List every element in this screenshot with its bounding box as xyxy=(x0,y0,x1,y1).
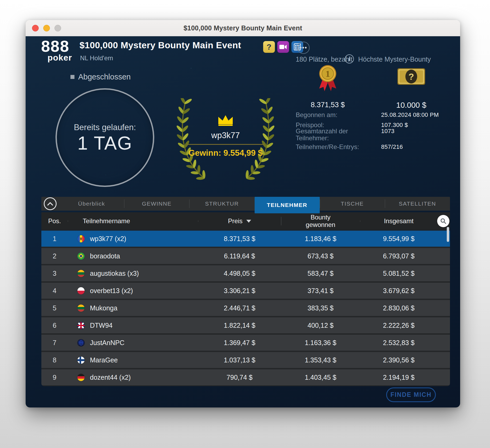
prize-value: 2.446,71 $ xyxy=(198,304,281,312)
globe-flag-icon xyxy=(77,339,85,346)
bounty-value: 1.353,43 $ xyxy=(281,356,360,364)
brazil-flag-icon xyxy=(77,253,85,260)
888poker-logo: 888 poker xyxy=(35,38,75,63)
mystery-bounty-bar-icon: ? xyxy=(394,66,429,88)
player-cell: JustAnNPC xyxy=(68,339,198,347)
player-cell: overbet13 (x2) xyxy=(68,287,198,295)
detail-label: Teilnehmer/Re-Entrys: xyxy=(296,143,376,150)
player-name: boraodota xyxy=(90,252,120,260)
poland-flag-icon xyxy=(77,287,85,294)
total-value: 2.830,06 $ xyxy=(360,304,437,312)
scrollbar-thumb[interactable] xyxy=(447,227,449,242)
window-title: $100,000 Mystery Bounty Main Event xyxy=(184,24,302,32)
tournament-status: Abgeschlossen xyxy=(70,73,131,81)
prize-value: 1.369,47 $ xyxy=(198,339,281,347)
position-value: 3 xyxy=(41,270,68,277)
table-row[interactable]: 8MaraGee1.037,13 $1.353,43 $2.390,56 $ xyxy=(41,352,450,368)
find-me-button[interactable]: FINDE MICH xyxy=(386,387,436,402)
search-button[interactable] xyxy=(437,215,449,227)
sort-descending-icon xyxy=(246,220,251,223)
table-row[interactable]: 9dozent44 (x2)790,74 $1.403,45 $2.194,19… xyxy=(41,369,450,385)
elapsed-label: Bereits gelaufen: xyxy=(74,123,136,132)
player-name: MaraGee xyxy=(90,356,118,364)
table-row[interactable]: 3augustiokas (x3)4.498,05 $583,47 $5.081… xyxy=(41,265,450,281)
detail-label: Gesamtanzahl derTeilnehmer: xyxy=(296,128,376,142)
elapsed-value: 1 TAG xyxy=(77,134,132,153)
table-row[interactable]: 7JustAnNPC1.369,47 $1.163,36 $2.532,83 $ xyxy=(41,335,450,351)
winner-divider xyxy=(187,144,264,145)
total-value: 2.532,83 $ xyxy=(360,339,437,347)
germany-flag-icon xyxy=(77,374,85,381)
table-row[interactable]: 5Mukonga2.446,71 $383,35 $2.830,06 $ xyxy=(41,300,450,316)
tab-überblick[interactable]: Überblick xyxy=(59,197,124,211)
position-value: 7 xyxy=(41,339,68,347)
bounty-value: 383,35 $ xyxy=(281,304,360,312)
finland-flag-icon xyxy=(77,357,85,364)
position-value: 4 xyxy=(41,287,68,295)
total-value: 2.222,26 $ xyxy=(360,322,437,329)
column-total[interactable]: Insgesamt xyxy=(360,217,437,225)
prize-value: 6.119,64 $ xyxy=(198,252,281,260)
highest-bounty-label: Höchste Mystery-Bounty xyxy=(358,55,431,63)
total-value: 2.194,19 $ xyxy=(360,374,437,381)
svg-text:?: ? xyxy=(409,71,414,82)
minimize-button[interactable] xyxy=(43,25,50,31)
lobby-content: 888 poker $100,000 Mystery Bounty Main E… xyxy=(26,36,460,407)
player-cell: augustiokas (x3) xyxy=(68,270,198,277)
column-bounty-line2: gewonnen xyxy=(306,221,335,228)
position-value: 6 xyxy=(41,322,68,329)
prize-value: 8.371,53 $ xyxy=(198,235,281,243)
mystery-bounty-icon: ? xyxy=(263,41,275,53)
participants-table-header: Pos. Teilnehmername Preis Bounty gewonne… xyxy=(41,212,450,230)
table-row[interactable]: 4overbet13 (x2)3.306,21 $373,41 $3.679,6… xyxy=(41,283,450,299)
column-preis-label: Preis xyxy=(228,217,243,225)
table-row[interactable]: 1wp3k77 (x2)8.371,53 $1.183,46 $9.554,99… xyxy=(41,231,450,247)
bounty-value: 373,41 $ xyxy=(281,287,360,295)
column-pos[interactable]: Pos. xyxy=(41,217,68,225)
collapse-panel-button[interactable] xyxy=(41,197,59,211)
prize-value: 4.498,05 $ xyxy=(198,270,281,277)
prize-value: 1.822,14 $ xyxy=(198,322,281,329)
logo-poker: poker xyxy=(44,53,75,63)
first-prize-value: 8.371,53 $ xyxy=(309,101,346,109)
bounty-value: 673,43 $ xyxy=(281,252,360,260)
position-value: 2 xyxy=(41,252,68,260)
tab-tische[interactable]: TISCHE xyxy=(320,197,385,211)
places-paid-label: 180 Plätze, bezahlt xyxy=(296,55,353,63)
table-row[interactable]: 2boraodota6.119,64 $673,43 $6.793,07 $ xyxy=(41,248,450,264)
player-name: wp3k77 (x2) xyxy=(90,235,126,243)
total-value: 3.679,62 $ xyxy=(360,287,437,295)
bounty-value: 1.403,45 $ xyxy=(281,374,360,381)
tab-gewinne[interactable]: GEWINNE xyxy=(124,197,189,211)
column-bounty[interactable]: Bounty gewonnen xyxy=(281,214,360,228)
tab-struktur[interactable]: STRUKTUR xyxy=(189,197,254,211)
detail-value: 1073 xyxy=(381,128,394,135)
top-bounty-value: 10.000 $ xyxy=(391,101,431,110)
prize-value: 790,74 $ xyxy=(198,374,281,381)
tab-teilnehmer[interactable]: TEILNEHMER xyxy=(255,197,320,213)
lithuania-flag-icon xyxy=(77,305,85,312)
more-options-button[interactable]: ••• xyxy=(297,42,310,54)
column-bounty-line1: Bounty xyxy=(311,214,331,221)
screen: $100,000 Mystery Bounty Main Event 888 p… xyxy=(0,0,490,448)
zoom-button[interactable] xyxy=(54,25,61,31)
logo-888: 888 xyxy=(35,38,75,54)
info-icon[interactable]: i xyxy=(345,54,354,63)
total-value: 6.793,07 $ xyxy=(360,252,437,260)
crown-icon xyxy=(217,114,234,127)
player-name: augustiokas (x3) xyxy=(90,270,139,277)
participants-table: 1wp3k77 (x2)8.371,53 $1.183,46 $9.554,99… xyxy=(41,230,450,386)
close-button[interactable] xyxy=(32,25,39,31)
moldova-flag-icon xyxy=(77,235,85,242)
table-row[interactable]: 6DTW941.822,14 $400,12 $2.222,26 $ xyxy=(41,317,450,333)
traffic-lights xyxy=(32,20,61,36)
column-name[interactable]: Teilnehmername xyxy=(68,217,198,225)
tab-satelliten[interactable]: SATELLITEN xyxy=(385,197,450,211)
player-name: Mukonga xyxy=(90,304,117,312)
chevron-up-icon xyxy=(44,197,57,210)
game-type-label: NL Hold'em xyxy=(80,54,113,62)
window-titlebar: $100,000 Mystery Bounty Main Event xyxy=(26,20,460,36)
column-preis[interactable]: Preis xyxy=(198,217,281,225)
bounty-value: 1.183,46 $ xyxy=(281,235,360,243)
bounty-value: 1.163,36 $ xyxy=(281,339,360,347)
